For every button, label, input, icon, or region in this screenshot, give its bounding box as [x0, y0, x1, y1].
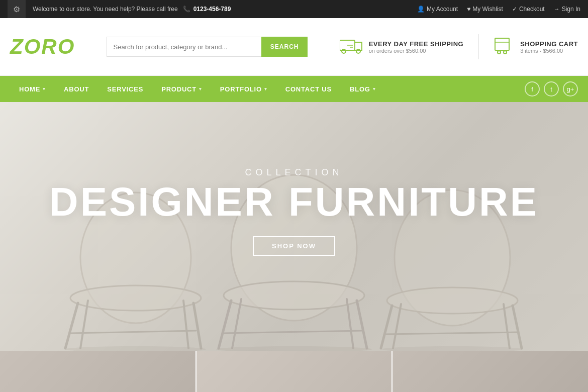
svg-line-15	[183, 301, 188, 348]
svg-line-12	[65, 303, 78, 348]
header-right: EVERY DAY FREE SHIPPING on orders over $…	[340, 34, 578, 59]
truck-icon	[340, 36, 363, 58]
svg-line-30	[386, 332, 517, 334]
check-icon: ✓	[512, 6, 517, 13]
shop-now-button[interactable]: SHOP NOW	[253, 236, 335, 256]
nav-link-product[interactable]: PRODUCT ▾	[152, 76, 211, 102]
logo[interactable]: ZORO	[10, 35, 75, 59]
hero-title: DESIGNER FURNITURE	[49, 182, 539, 222]
svg-line-21	[232, 299, 241, 348]
svg-line-19	[219, 301, 231, 348]
search-bar: SEARCH	[107, 37, 308, 57]
cart-icon	[494, 36, 514, 58]
svg-point-25	[387, 287, 518, 314]
svg-point-33	[382, 346, 523, 351]
cart-info[interactable]: SHOPPING CART 3 items - $566.00	[494, 36, 578, 58]
chevron-down-icon: ▾	[199, 86, 202, 91]
svg-line-14	[80, 301, 88, 348]
nav-item-home[interactable]: HOME ▾	[10, 76, 55, 102]
nav-item-product[interactable]: PRODUCT ▾	[152, 76, 211, 102]
svg-point-7	[498, 51, 501, 54]
nav-item-about[interactable]: ABOUT	[55, 76, 98, 102]
bottom-item-3[interactable]	[393, 351, 588, 392]
nav-item-blog[interactable]: BLOG ▾	[341, 76, 385, 102]
cart-title: SHOPPING CART	[520, 40, 578, 48]
nav-item-contact[interactable]: CONTACT US	[276, 76, 341, 102]
nav-item-services[interactable]: SERVICES	[98, 76, 152, 102]
nav-link-home[interactable]: HOME ▾	[10, 76, 55, 102]
header-divider	[478, 34, 479, 59]
svg-point-8	[504, 51, 507, 54]
nav-link-about[interactable]: ABOUT	[55, 76, 98, 102]
googleplus-icon[interactable]: g+	[563, 81, 578, 96]
bottom-item-2[interactable]	[197, 351, 393, 392]
gear-icon: ⚙	[13, 5, 20, 14]
svg-line-27	[513, 306, 522, 348]
hero-section: COLLECTION DESIGNER FURNITURE SHOP NOW	[0, 102, 588, 351]
svg-line-23	[223, 331, 363, 333]
nav-link-services[interactable]: SERVICES	[98, 76, 152, 102]
shipping-text: EVERY DAY FREE SHIPPING on orders over $…	[369, 40, 464, 54]
collection-label: COLLECTION	[49, 167, 539, 178]
top-bar-left: ⚙ Welcome to our store. You need help? P…	[8, 0, 231, 18]
chevron-down-icon: ▾	[373, 86, 376, 91]
settings-button[interactable]: ⚙	[8, 0, 26, 18]
header: ZORO SEARCH EVERY DAY FREE SHIPPING on o…	[0, 18, 588, 76]
svg-line-26	[381, 306, 392, 348]
svg-point-32	[216, 346, 372, 351]
checkout-link[interactable]: ✓ Checkout	[512, 6, 545, 13]
svg-line-13	[193, 303, 201, 348]
cart-text: SHOPPING CART 3 items - $566.00	[520, 40, 578, 54]
chevron-down-icon: ▾	[43, 86, 46, 91]
svg-line-22	[347, 299, 353, 348]
my-wishlist-link[interactable]: ♥ My Wishlist	[467, 6, 503, 13]
welcome-text: Welcome to our store. You need help? Ple…	[33, 6, 178, 13]
my-account-link[interactable]: 👤 My Account	[417, 6, 458, 13]
nav-link-contact[interactable]: CONTACT US	[276, 76, 341, 102]
svg-point-11	[70, 285, 201, 311]
svg-line-29	[504, 304, 510, 348]
signin-link[interactable]: → Sign In	[554, 6, 580, 13]
nav-link-portfolio[interactable]: PORTFOLIO ▾	[211, 76, 276, 102]
svg-line-20	[357, 301, 367, 348]
bottom-item-1[interactable]	[0, 351, 197, 392]
phone-number: 0123-456-789	[193, 6, 231, 13]
user-icon: 👤	[417, 6, 425, 13]
svg-line-16	[70, 331, 196, 333]
top-bar: ⚙ Welcome to our store. You need help? P…	[0, 0, 588, 18]
phone-icon: 📞	[183, 6, 190, 13]
shipping-subtitle: on orders over $560.00	[369, 48, 464, 54]
chevron-down-icon: ▾	[264, 86, 267, 91]
svg-point-31	[65, 346, 206, 351]
search-button[interactable]: SEARCH	[261, 37, 308, 57]
svg-rect-6	[495, 38, 509, 50]
nav-link-blog[interactable]: BLOG ▾	[341, 76, 385, 102]
twitter-icon[interactable]: t	[544, 81, 559, 96]
hero-content: COLLECTION DESIGNER FURNITURE SHOP NOW	[49, 167, 539, 286]
search-input[interactable]	[107, 37, 261, 57]
signin-icon: →	[554, 6, 560, 13]
heart-icon: ♥	[467, 6, 470, 13]
nav-bar: HOME ▾ ABOUT SERVICES PRODUCT ▾ PORTFOLI…	[0, 76, 588, 102]
nav-social: f t g+	[525, 81, 578, 96]
facebook-icon[interactable]: f	[525, 81, 540, 96]
cart-subtitle: 3 items - $566.00	[520, 48, 578, 54]
shipping-title: EVERY DAY FREE SHIPPING	[369, 40, 464, 48]
svg-line-28	[393, 304, 401, 348]
nav-item-portfolio[interactable]: PORTFOLIO ▾	[211, 76, 276, 102]
nav-links: HOME ▾ ABOUT SERVICES PRODUCT ▾ PORTFOLI…	[10, 76, 385, 102]
shipping-info: EVERY DAY FREE SHIPPING on orders over $…	[340, 36, 464, 58]
top-bar-right: 👤 My Account ♥ My Wishlist ✓ Checkout → …	[417, 6, 580, 13]
bottom-row	[0, 351, 588, 392]
